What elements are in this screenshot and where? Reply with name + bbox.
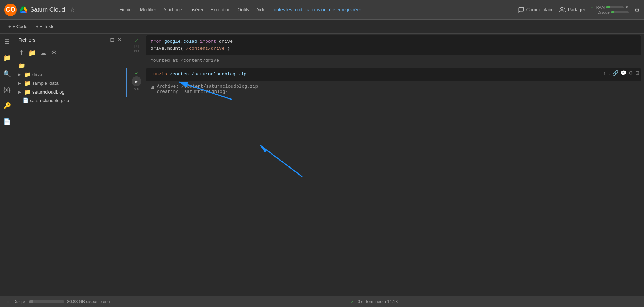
drive-icon bbox=[20, 6, 27, 14]
file-toolbar-separator bbox=[61, 53, 122, 53]
cell-2-gutter: ✓ ▶ 0 s bbox=[127, 68, 146, 90]
cell-up-btn[interactable]: ↑ bbox=[603, 70, 606, 76]
menu-fichier[interactable]: Fichier bbox=[116, 0, 137, 19]
cell-1-gutter: ✓ [1] 11 s bbox=[127, 35, 146, 53]
folder-icon-parent: 📁 bbox=[18, 62, 25, 69]
new-folder-btn[interactable]: 📁 bbox=[28, 48, 37, 57]
svg-point-0 bbox=[561, 7, 563, 9]
ram-disk-area: ✓ RAM ▼ Disque bbox=[591, 5, 629, 14]
cell-1: ✓ [1] 11 s from google.colab import driv… bbox=[126, 35, 644, 66]
tree-label-drive: drive bbox=[32, 72, 42, 77]
colab-logo: CO bbox=[4, 4, 17, 16]
tree-label-saturncloudblog: saturncloudblog bbox=[32, 89, 65, 95]
menu-affichage[interactable]: Affichage bbox=[160, 0, 186, 19]
status-expand-icon[interactable]: ↔ bbox=[6, 299, 11, 305]
add-code-label: + Code bbox=[13, 24, 27, 29]
code-icon[interactable]: 📄 bbox=[2, 117, 12, 127]
tree-item-drive[interactable]: ▶ 📁 drive bbox=[14, 70, 126, 79]
status-bar: ↔ Disque 80.83 GB disponible(s) ✓ 0 s te… bbox=[0, 296, 644, 307]
cell-settings-btn[interactable]: ⚙ bbox=[629, 70, 633, 76]
plus-text-icon: + bbox=[36, 24, 39, 29]
plus-code-icon: + bbox=[8, 24, 11, 29]
file-icon-zip: 📄 bbox=[22, 97, 28, 103]
cell-2: ↑ ↓ 🔗 💬 ⚙ ⊡ ✓ ▶ 0 s !unzip /content/satu… bbox=[126, 68, 644, 97]
comment-button[interactable]: Commentaire bbox=[518, 7, 554, 13]
upload-file-btn[interactable]: ⬆ bbox=[18, 48, 25, 57]
variables-icon[interactable]: {x} bbox=[2, 85, 12, 95]
cell-2-time: 0 s bbox=[134, 87, 139, 90]
cell-2-run-btn[interactable]: ▶ bbox=[132, 76, 141, 86]
folder-icon-sampledata: 📁 bbox=[24, 80, 31, 87]
cell-2-code[interactable]: !unzip /content/saturncloudblog.zip bbox=[146, 68, 641, 81]
file-panel-header: Fichiers ⊡ ✕ bbox=[14, 34, 126, 46]
tree-item-sampledata[interactable]: ▶ 📁 sample_data bbox=[14, 79, 126, 88]
menu-toggle-icon[interactable]: ☰ bbox=[3, 36, 11, 47]
cell-1-time: 11 s bbox=[133, 49, 139, 53]
share-label: Partager bbox=[568, 7, 585, 12]
cell-down-btn[interactable]: ↓ bbox=[608, 70, 610, 76]
cell-1-code[interactable]: from google.colab import drive drive.mou… bbox=[146, 35, 641, 55]
cell-2-output: ⊞ Archive: /content/saturncloudblog.zip … bbox=[146, 81, 641, 97]
panel-close-icon[interactable]: ✕ bbox=[117, 36, 122, 43]
tree-item-saturncloudblog[interactable]: ▶ 📁 saturncloudblog bbox=[14, 88, 126, 96]
disk-label-status: Disque bbox=[13, 299, 26, 304]
status-terminated: terminée à 11:18 bbox=[366, 299, 398, 304]
upload-google-drive-btn[interactable]: ☁ bbox=[40, 48, 47, 57]
tree-label-zip: saturncloudblog.zip bbox=[30, 98, 69, 103]
comment-label: Commentaire bbox=[526, 7, 554, 12]
disk-avail-status: 80.83 GB disponible(s) bbox=[67, 299, 110, 304]
cell-2-run-area: ✓ ▶ 0 s !unzip /content/saturncloudblog.… bbox=[127, 68, 644, 97]
ram-bar bbox=[606, 6, 624, 8]
settings-button[interactable]: ⚙ bbox=[634, 6, 640, 14]
folder-icon-drive: 📁 bbox=[24, 71, 31, 78]
disk-bar-status bbox=[29, 300, 64, 303]
cell-link-btn[interactable]: 🔗 bbox=[612, 70, 618, 76]
panel-expand-icon[interactable]: ⊡ bbox=[110, 36, 114, 43]
refresh-btn[interactable]: 👁 bbox=[50, 49, 58, 57]
cell-1-run-area: ✓ [1] 11 s from google.colab import driv… bbox=[127, 35, 644, 66]
cell-1-output: Mounted at /content/drive bbox=[146, 55, 641, 66]
tree-label-sampledata: sample_data bbox=[32, 81, 58, 86]
sidebar-icons: ☰ 📁 🔍 {x} 🔑 📄 bbox=[0, 34, 14, 296]
save-status: Toutes les modifications ont été enregis… bbox=[272, 7, 362, 12]
tree-arrow-sampledata: ▶ bbox=[18, 81, 22, 85]
menu-modifier[interactable]: Modifier bbox=[137, 0, 160, 19]
tree-arrow-saturncloudblog: ▶ bbox=[18, 90, 22, 94]
blue-arrow-2 bbox=[250, 138, 320, 180]
folder-icon-saturncloudblog: 📁 bbox=[24, 89, 31, 95]
status-left: ↔ Disque 80.83 GB disponible(s) bbox=[6, 299, 110, 305]
menu-inserer[interactable]: Insérer bbox=[186, 0, 207, 19]
file-panel-title: Fichiers bbox=[18, 37, 35, 43]
file-tree: 📁 .. ▶ 📁 drive ▶ 📁 sample_data ▶ 📁 satur… bbox=[14, 60, 126, 296]
menu-bar: Fichier Modifier Affichage Insérer Exécu… bbox=[116, 0, 362, 19]
disk-label-top: Disque bbox=[598, 10, 610, 14]
cell-2-toolbar: ↑ ↓ 🔗 💬 ⚙ ⊡ bbox=[603, 70, 639, 76]
tree-arrow-drive: ▶ bbox=[18, 73, 22, 76]
secrets-icon[interactable]: 🔑 bbox=[2, 101, 12, 111]
notebook-area: ✓ [1] 11 s from google.colab import driv… bbox=[126, 34, 644, 296]
logo-area: CO Saturn Cloud ☆ bbox=[4, 4, 75, 16]
search-icon[interactable]: 🔍 bbox=[2, 69, 12, 79]
tree-item-zip[interactable]: 📄 saturncloudblog.zip bbox=[14, 96, 126, 104]
cell-fullscreen-btn[interactable]: ⊡ bbox=[635, 70, 639, 76]
app-title: Saturn Cloud bbox=[30, 6, 65, 13]
top-bar: CO Saturn Cloud ☆ Fichier Modifier Affic… bbox=[0, 0, 644, 20]
add-text-button[interactable]: + + Texte bbox=[33, 22, 58, 30]
tree-item-parent[interactable]: 📁 .. bbox=[14, 61, 126, 70]
menu-aide[interactable]: Aide bbox=[253, 0, 269, 19]
share-button[interactable]: Partager bbox=[559, 7, 585, 13]
files-icon[interactable]: 📁 bbox=[2, 53, 12, 63]
menu-execution[interactable]: Exécution bbox=[207, 0, 234, 19]
star-icon[interactable]: ☆ bbox=[70, 6, 75, 13]
menu-outils[interactable]: Outils bbox=[234, 0, 253, 19]
disk-bar bbox=[611, 11, 629, 13]
panel-header-icons: ⊡ ✕ bbox=[110, 36, 122, 43]
cell-1-check: ✓ bbox=[135, 38, 138, 43]
top-right: Commentaire Partager ✓ RAM ▼ Disque ⚙ bbox=[518, 5, 640, 14]
add-code-button[interactable]: + + Code bbox=[6, 22, 30, 30]
tree-label-parent: .. bbox=[27, 63, 29, 68]
cell-1-number: [1] bbox=[134, 44, 139, 48]
status-exec-time: 0 s bbox=[358, 299, 363, 304]
cell-comment-btn[interactable]: 💬 bbox=[620, 70, 626, 76]
add-text-label: + Texte bbox=[40, 24, 54, 29]
